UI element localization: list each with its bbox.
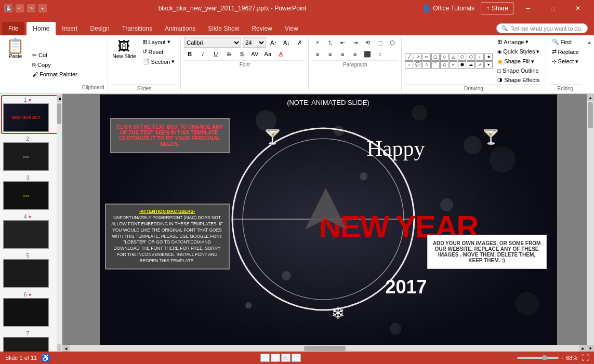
- shape-rect[interactable]: ▭: [423, 53, 431, 61]
- paste-button[interactable]: 📋 Paste: [3, 37, 28, 91]
- ribbon-collapse[interactable]: ▲: [585, 37, 594, 91]
- slide-thumb-3[interactable]: 3 ★★★: [2, 174, 60, 211]
- zoom-thumb[interactable]: [542, 355, 547, 360]
- text-box-instructions[interactable]: CLICK IN THE TEXT BOX TO CHANGE ANY OF T…: [110, 118, 230, 153]
- shape-effects-button[interactable]: ◑ Shape Effects: [495, 75, 542, 84]
- close-button[interactable]: ✕: [566, 0, 590, 17]
- decrease-indent-button[interactable]: ⇤: [337, 37, 348, 48]
- zoom-out-button[interactable]: −: [511, 355, 514, 361]
- scroll-thumb-h[interactable]: [304, 346, 346, 351]
- new-slide-button[interactable]: 🖼 New Slide: [111, 37, 138, 61]
- shape-bracket[interactable]: {}: [440, 61, 448, 69]
- tab-animations[interactable]: Animations: [159, 22, 202, 35]
- slide-sorter-button[interactable]: ⊟: [271, 354, 280, 362]
- shape-star[interactable]: ★: [484, 53, 493, 61]
- shape-arc[interactable]: ⌒: [431, 61, 440, 69]
- tab-review[interactable]: Review: [245, 22, 278, 35]
- shape-chevron[interactable]: ›: [476, 53, 484, 61]
- copy-button[interactable]: ⎘ Copy: [30, 61, 80, 69]
- slide-thumb-7[interactable]: 7: [2, 330, 60, 352]
- share-button[interactable]: ↑ Share: [481, 2, 514, 15]
- char-spacing-button[interactable]: AV: [249, 49, 260, 59]
- shape-fill-button[interactable]: ▣ Shape Fill ▾: [495, 57, 542, 66]
- cut-button[interactable]: ✂ Cut: [30, 51, 80, 60]
- help-search-box[interactable]: 🔍: [496, 23, 588, 33]
- shape-pentagon[interactable]: ⬠: [458, 53, 466, 61]
- undo-icon[interactable]: ↶: [16, 4, 24, 12]
- numbering-button[interactable]: ⒈: [324, 37, 336, 48]
- decrease-font-button[interactable]: A↓: [281, 37, 292, 48]
- columns-button[interactable]: ⬛: [362, 49, 373, 59]
- tab-transitions[interactable]: Transitions: [116, 22, 159, 35]
- slide-thumb-2[interactable]: 2 slide: [2, 135, 60, 172]
- font-color-button[interactable]: A: [275, 49, 286, 59]
- scroll-thumb-v[interactable]: [588, 102, 593, 128]
- font-name-select[interactable]: Calibri: [184, 37, 241, 48]
- align-left-button[interactable]: ≡: [312, 49, 323, 59]
- scroll-left-canvas[interactable]: ◄: [62, 345, 70, 352]
- shape-rounded-rect[interactable]: ▢: [431, 53, 440, 61]
- collapse-icon[interactable]: ▲: [587, 39, 592, 45]
- replace-button[interactable]: ⇄ Replace: [549, 47, 582, 56]
- slide-canvas[interactable]: (NOTE: ANIMATED SLIDE) CLICK IN THE TEXT…: [100, 95, 557, 352]
- strikethrough-button[interactable]: S: [223, 49, 234, 59]
- canvas-scrollbar-v[interactable]: ▲ ▼: [587, 94, 594, 352]
- shape-more2[interactable]: ☁: [467, 61, 475, 69]
- convert-smartart-button[interactable]: ⬡: [387, 37, 398, 48]
- text-box-image-instructions[interactable]: ADD YOUR OWN IMAGES, OR SOME FROM OUR WE…: [427, 235, 547, 269]
- slide-thumb-1[interactable]: 1 ★ NEW YEAR 2017: [2, 96, 60, 133]
- scroll-up-canvas[interactable]: ▲: [587, 94, 594, 101]
- help-search-input[interactable]: [510, 25, 583, 32]
- save-icon[interactable]: 💾: [4, 4, 12, 12]
- underline-button[interactable]: U: [210, 49, 221, 59]
- select-button[interactable]: ⊹ Select ▾: [549, 57, 582, 66]
- find-button[interactable]: 🔍 Find: [549, 37, 582, 46]
- line-spacing-button[interactable]: ↕: [374, 49, 386, 59]
- tab-slideshow[interactable]: Slide Show: [202, 22, 245, 35]
- bullets-button[interactable]: ≡: [312, 37, 323, 48]
- tab-view[interactable]: View: [279, 22, 305, 35]
- normal-view-button[interactable]: ⊞: [260, 354, 270, 362]
- section-button[interactable]: 📑 Section▾: [140, 57, 178, 66]
- minimize-button[interactable]: ─: [516, 0, 540, 17]
- tab-home[interactable]: Home: [27, 22, 56, 35]
- fit-slide-button[interactable]: ⛶: [582, 354, 589, 362]
- customize-qat-icon[interactable]: ▾: [38, 4, 47, 12]
- italic-button[interactable]: I: [197, 49, 208, 59]
- shape-line[interactable]: ╱: [405, 53, 413, 61]
- center-button[interactable]: ≡: [324, 49, 336, 59]
- shape-brace[interactable]: ⌐: [449, 61, 457, 69]
- align-right-button[interactable]: ≡: [337, 49, 348, 59]
- text-direction-button[interactable]: ⟲: [362, 37, 373, 48]
- slide-thumb-5[interactable]: 5: [2, 252, 60, 289]
- arrange-button[interactable]: ⊞ Arrange▾: [495, 37, 542, 46]
- zoom-in-button[interactable]: +: [561, 355, 564, 361]
- redo-icon[interactable]: ↷: [27, 4, 35, 12]
- scroll-down-canvas[interactable]: ▼: [587, 345, 594, 352]
- scroll-down-arrow[interactable]: [57, 344, 61, 351]
- shape-arrow[interactable]: ↗: [414, 53, 422, 61]
- increase-font-button[interactable]: A↑: [268, 37, 279, 48]
- scroll-up-arrow[interactable]: ▲: [57, 95, 61, 102]
- office-tutorials-button[interactable]: 👤 Office Tutorials: [418, 2, 479, 15]
- increase-indent-button[interactable]: ⇥: [349, 37, 361, 48]
- justify-button[interactable]: ≡: [349, 49, 361, 59]
- layout-button[interactable]: ⊞ Layout▾: [140, 37, 178, 46]
- shape-more3[interactable]: ⤾: [476, 61, 484, 69]
- scroll-right-canvas[interactable]: ►: [579, 345, 587, 352]
- slide-thumb-6[interactable]: 6 ★: [2, 291, 60, 328]
- shape-oval[interactable]: ○: [405, 61, 413, 69]
- tab-file[interactable]: File: [2, 22, 24, 35]
- slides-scrollbar[interactable]: ▲: [57, 94, 62, 352]
- slide-thumb-4[interactable]: 4 ★: [2, 213, 60, 250]
- shape-curve[interactable]: ∿: [423, 61, 431, 69]
- quick-styles-button[interactable]: ◈ Quick Styles ▾: [495, 47, 542, 56]
- shape-triangle[interactable]: △: [449, 53, 457, 61]
- format-painter-button[interactable]: 🖌 Format Painter: [30, 70, 80, 78]
- clear-format-button[interactable]: ✗: [294, 37, 305, 48]
- font-size-select[interactable]: 24: [243, 37, 266, 48]
- tab-insert[interactable]: Insert: [56, 22, 84, 35]
- shape-more-btn[interactable]: ▾: [484, 61, 493, 69]
- maximize-button[interactable]: □: [541, 0, 565, 17]
- change-case-button[interactable]: Aa: [262, 49, 273, 59]
